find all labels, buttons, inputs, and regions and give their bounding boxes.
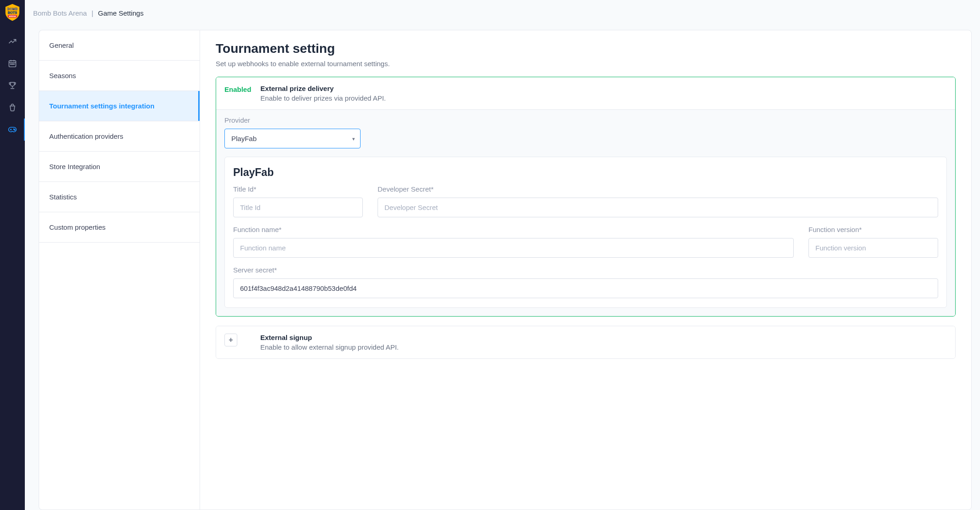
- nav-icons: [0, 30, 25, 141]
- settings-nav: General Seasons Tournament settings inte…: [39, 30, 200, 510]
- breadcrumb-app[interactable]: Bomb Bots Arena: [33, 9, 87, 17]
- signup-expand-button[interactable]: +: [224, 334, 237, 346]
- func-version-label: Function version*: [808, 226, 938, 233]
- playfab-title: PlayFab: [233, 166, 938, 179]
- settings-nav-tournament[interactable]: Tournament settings integration: [39, 91, 200, 121]
- settings-nav-store[interactable]: Store Integration: [39, 152, 200, 182]
- func-name-label: Function name*: [233, 226, 794, 233]
- breadcrumb-separator: |: [92, 9, 93, 17]
- svg-point-10: [14, 64, 15, 65]
- settings-nav-auth[interactable]: Authentication providers: [39, 121, 200, 152]
- signup-card-desc: Enable to allow external signup provided…: [260, 343, 947, 351]
- signup-header-text: External signup Enable to allow external…: [260, 334, 947, 351]
- title-id-input[interactable]: [233, 198, 363, 217]
- prize-card-desc: Enable to deliver prizes via provided AP…: [260, 94, 947, 102]
- func-name-group: Function name*: [233, 226, 794, 258]
- svg-point-8: [11, 64, 11, 65]
- func-name-input[interactable]: [233, 238, 794, 258]
- settings-nav-statistics[interactable]: Statistics: [39, 182, 200, 212]
- dev-secret-label: Developer Secret*: [378, 185, 938, 193]
- dev-secret-input[interactable]: [378, 198, 938, 217]
- page-subtitle: Set up webhooks to enable external tourn…: [216, 60, 956, 68]
- prize-card-header: Enabled External prize delivery Enable t…: [216, 77, 955, 109]
- title-id-group: Title Id*: [233, 185, 363, 217]
- settings-nav-general[interactable]: General: [39, 30, 200, 61]
- nav-store[interactable]: [0, 96, 25, 119]
- server-secret-input[interactable]: [233, 278, 938, 298]
- provider-label: Provider: [224, 116, 947, 124]
- signup-card-header: + External signup Enable to allow extern…: [216, 326, 955, 358]
- svg-point-9: [12, 64, 13, 65]
- prize-status-badge: Enabled: [224, 85, 251, 93]
- server-secret-label: Server secret*: [233, 266, 938, 274]
- svg-text:ARENA: ARENA: [9, 16, 16, 18]
- settings-nav-seasons[interactable]: Seasons: [39, 61, 200, 91]
- settings-nav-custom[interactable]: Custom properties: [39, 212, 200, 243]
- prize-card-title: External prize delivery: [260, 85, 947, 92]
- nav-tournaments[interactable]: [0, 74, 25, 96]
- prize-header-text: External prize delivery Enable to delive…: [260, 85, 947, 102]
- form-row-3: Server secret*: [233, 266, 938, 298]
- provider-select[interactable]: PlayFab: [224, 129, 361, 148]
- title-id-label: Title Id*: [233, 185, 363, 193]
- server-secret-group: Server secret*: [233, 266, 938, 298]
- nav-analytics[interactable]: [0, 30, 25, 52]
- svg-text:BOTS: BOTS: [8, 11, 17, 15]
- provider-select-wrap: PlayFab: [224, 129, 361, 148]
- nav-game-settings[interactable]: [0, 119, 25, 141]
- breadcrumb: Bomb Bots Arena | Game Settings: [25, 0, 980, 22]
- nav-schedule[interactable]: [0, 52, 25, 74]
- signup-card-title: External signup: [260, 334, 947, 341]
- settings-content: Tournament setting Set up webhooks to en…: [200, 30, 972, 510]
- main-sidebar: BOMB BOTS ARENA: [0, 0, 25, 510]
- dev-secret-group: Developer Secret*: [378, 185, 938, 217]
- main-content: Bomb Bots Arena | Game Settings General …: [25, 0, 980, 510]
- prize-delivery-card: Enabled External prize delivery Enable t…: [216, 77, 956, 317]
- content-wrapper: General Seasons Tournament settings inte…: [25, 22, 980, 510]
- form-row-2: Function name* Function version*: [233, 226, 938, 258]
- svg-point-15: [14, 130, 15, 130]
- prize-card-body: Provider PlayFab PlayFab Title Id*: [216, 109, 955, 316]
- form-row-1: Title Id* Developer Secret*: [233, 185, 938, 217]
- playfab-card: PlayFab Title Id* Developer Secret*: [224, 157, 947, 308]
- signup-card: + External signup Enable to allow extern…: [216, 326, 956, 359]
- func-version-group: Function version*: [808, 226, 938, 258]
- func-version-input[interactable]: [808, 238, 938, 258]
- app-logo[interactable]: BOMB BOTS ARENA: [0, 0, 25, 25]
- breadcrumb-current: Game Settings: [98, 9, 143, 17]
- page-title: Tournament setting: [216, 41, 956, 56]
